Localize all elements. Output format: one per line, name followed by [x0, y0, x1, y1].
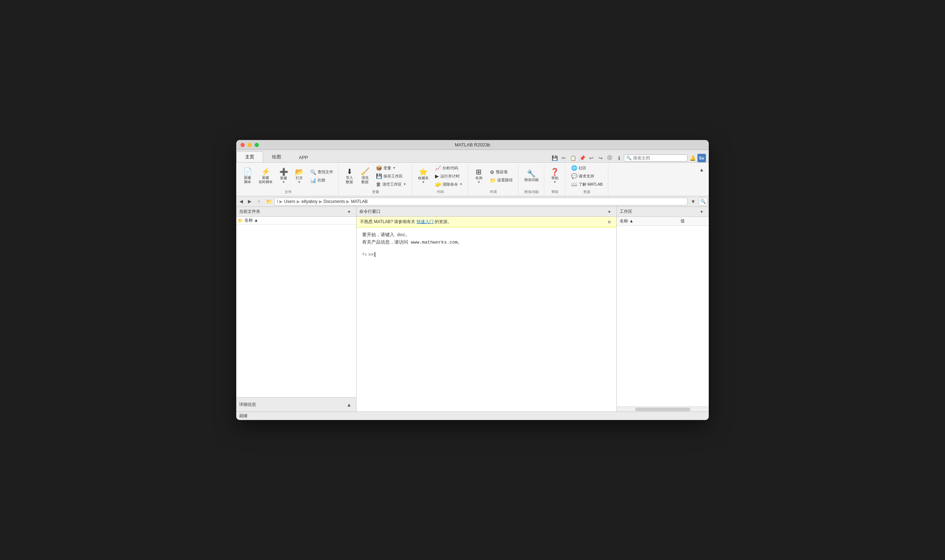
workspace-content: [617, 226, 709, 406]
resources-group-label: 资源: [583, 189, 590, 194]
analyze-label: 分析代码: [442, 165, 458, 171]
tab-bar: 主页 绘图 APP 💾 ✂ 📋 📌 ↩ ↪ ⓪ ℹ 🔍 🔔 Ea: [236, 150, 709, 163]
favorites-button[interactable]: ⭐ 收藏夹 ▼: [416, 166, 431, 186]
workspace-title: 工作区: [620, 209, 633, 215]
workspace-scrollbar[interactable]: [617, 406, 709, 412]
new-button[interactable]: ➕ 新建 ▼: [277, 166, 291, 186]
path-matlab: MATLAB: [351, 199, 368, 204]
notice-close-button[interactable]: ✕: [606, 219, 613, 225]
compare-label: 比较: [318, 177, 325, 183]
help-button[interactable]: ❓ 帮助 ▼: [548, 166, 562, 186]
run-time-button[interactable]: ▶ 运行并计时: [432, 172, 465, 180]
clear-workspace-label: 清空工作区: [382, 182, 402, 187]
window-controls: [240, 143, 259, 147]
support-button[interactable]: 💬 请求支持: [569, 172, 605, 180]
notice-link[interactable]: 快速入门: [417, 219, 434, 224]
import-button[interactable]: ⬇ 导入数据: [342, 166, 357, 186]
clear-cmd-button[interactable]: 🧽 清除命令 ▼: [432, 180, 465, 188]
favorites-label: 收藏夹: [418, 176, 429, 180]
preferences-icon: ⚙: [490, 169, 494, 175]
preferences-label: 预设项: [496, 169, 508, 175]
left-panel-menu-button[interactable]: ▼: [345, 208, 353, 216]
left-panel: 当前文件夹 ▼ 📁 名称 ▲ 详细信息 ▲: [236, 207, 357, 412]
analyze-code-button[interactable]: 📈 分析代码: [432, 164, 465, 172]
notification-icon[interactable]: 🔔: [688, 154, 697, 162]
minimize-button[interactable]: [248, 143, 252, 147]
search-box[interactable]: 🔍: [624, 154, 688, 162]
addons-group-label: 附加功能: [525, 189, 539, 194]
cmd-prompt-line[interactable]: fx >>: [357, 251, 616, 259]
help-label: 帮助: [551, 176, 559, 180]
left-panel-content: [236, 225, 356, 397]
file-name-col: 名称 ▲: [245, 217, 258, 223]
help-circle-icon[interactable]: ⓪: [605, 154, 614, 162]
prompt-symbol: >>: [368, 252, 374, 257]
clear-workspace-button[interactable]: 🗑 清空工作区 ▼: [374, 180, 409, 188]
workspace-value-col: 值: [679, 217, 707, 225]
ribbon: 📄 新建脚本 ⚡ 新建实时脚本 ➕ 新建 ▼ 📂 打开: [236, 163, 709, 196]
ribbon-group-help: ❓ 帮助 ▼ 帮助: [545, 164, 565, 196]
cut-icon[interactable]: ✂: [560, 154, 568, 162]
clean-button[interactable]: 🧹 清洗数据: [358, 166, 372, 186]
file-group-label: 文件: [285, 189, 292, 194]
ribbon-group-code: ⭐ 收藏夹 ▼ 📈 分析代码 ▶ 运行并计时: [413, 164, 468, 196]
nav-search-button[interactable]: 🔍: [699, 198, 707, 205]
user-icon[interactable]: Ea: [697, 154, 706, 162]
cmd-menu-button[interactable]: ▼: [605, 208, 614, 216]
ribbon-help-items: ❓ 帮助 ▼: [548, 164, 562, 188]
set-path-button[interactable]: 📁 设置路径: [487, 176, 515, 184]
preferences-button[interactable]: ⚙ 预设项: [487, 168, 515, 176]
save-icon[interactable]: 💾: [550, 154, 559, 162]
tab-plot[interactable]: 绘图: [263, 151, 290, 162]
new-live-script-label: 新建实时脚本: [259, 176, 273, 184]
main-area: 当前文件夹 ▼ 📁 名称 ▲ 详细信息 ▲ 命令行窗口 ▼: [236, 207, 709, 412]
community-button[interactable]: 🌐 社区: [569, 164, 605, 172]
nav-forward-button[interactable]: ▶: [246, 198, 253, 205]
info-icon[interactable]: ℹ: [615, 154, 623, 162]
ribbon-resources-small-col: 🌐 社区 💬 请求支持 📖 了解 MATLAB: [569, 164, 605, 188]
clear-cmd-label: 清除命令: [442, 182, 458, 187]
close-button[interactable]: [240, 143, 245, 147]
cmd-content[interactable]: 不熟悉 MATLAB? 请参阅有关 快速入门 的资源。 ✕ 要开始，请键入 do…: [357, 217, 616, 412]
new-label: 新建: [280, 176, 287, 180]
ribbon-content: 📄 新建脚本 ⚡ 新建实时脚本 ➕ 新建 ▼ 📂 打开: [236, 163, 709, 196]
maximize-button[interactable]: [255, 143, 259, 147]
open-button[interactable]: 📂 打开 ▼: [292, 166, 306, 186]
variable-group-label: 变量: [372, 189, 379, 194]
tab-home[interactable]: 主页: [236, 151, 263, 162]
help-icon: ❓: [550, 168, 559, 175]
save-workspace-button[interactable]: 💾 保存工作区: [374, 172, 409, 180]
ribbon-group-resources: 🌐 社区 💬 请求支持 📖 了解 MATLAB 资源: [566, 164, 608, 196]
nav-back-button[interactable]: ◀: [238, 198, 245, 205]
fx-label: fx: [362, 252, 367, 257]
find-files-button[interactable]: 🔍 查找文件: [308, 168, 336, 176]
search-input[interactable]: [633, 155, 685, 160]
ribbon-addons-items: 🔧 附加功能: [522, 164, 541, 188]
addons-button[interactable]: 🔧 附加功能: [522, 168, 541, 184]
new-live-script-button[interactable]: ⚡ 新建实时脚本: [256, 166, 275, 186]
new-script-button[interactable]: 📄 新建脚本: [240, 166, 255, 186]
workspace-menu-button[interactable]: ▼: [697, 208, 706, 216]
variables-button[interactable]: 📦 变量 ▼: [374, 164, 409, 172]
ribbon-collapse-button[interactable]: ▲: [697, 165, 706, 174]
tab-app[interactable]: APP: [290, 152, 317, 162]
learn-matlab-button[interactable]: 📖 了解 MATLAB: [569, 180, 605, 188]
undo-icon[interactable]: ↩: [587, 154, 596, 162]
cmd-text-area: 要开始，请键入 doc。 有关产品信息，请访问 www.mathworks.co…: [357, 227, 616, 251]
paste-icon[interactable]: 📌: [578, 154, 586, 162]
compare-button[interactable]: 📊 比较: [308, 176, 336, 184]
scrollbar-thumb: [635, 408, 690, 411]
detail-label: 详细信息: [239, 402, 256, 408]
nav-up-button[interactable]: ↑: [255, 197, 263, 206]
copy-icon[interactable]: 📋: [569, 154, 577, 162]
detail-expand-button[interactable]: ▲: [345, 400, 353, 409]
redo-icon[interactable]: ↪: [596, 154, 605, 162]
nav-path-bar[interactable]: / ▶ Users ▶ sillyaboy ▶ Documents ▶ MATL…: [274, 198, 688, 205]
new-dropdown-arrow: ▼: [282, 180, 285, 184]
layout-button[interactable]: ⊞ 布局 ▼: [472, 166, 486, 186]
learn-matlab-label: 了解 MATLAB: [579, 182, 603, 187]
navbar: ◀ ▶ ↑ 📁 / ▶ Users ▶ sillyaboy ▶ Document…: [236, 196, 709, 207]
clear-workspace-icon: 🗑: [376, 182, 381, 187]
nav-dropdown-button[interactable]: ▼: [689, 197, 697, 206]
clean-icon: 🧹: [361, 168, 369, 175]
